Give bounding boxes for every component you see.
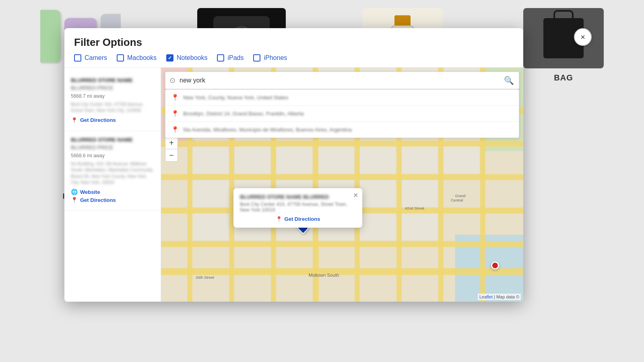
- filter-label-iphones: iPhones: [264, 54, 287, 62]
- ac-text-2: Brooklyn, District 14, Grand Basso, Fran…: [183, 111, 304, 117]
- bag-handle: [553, 10, 574, 18]
- store-sidebar: BLURRED STORE NAME BLURRED PRICE 5668.7 …: [64, 68, 161, 302]
- store-item-1[interactable]: BLURRED STORE NAME BLURRED PRICE 5668.7 …: [64, 72, 161, 131]
- svg-text:42nd Street: 42nd Street: [405, 206, 425, 210]
- zoom-out-button[interactable]: −: [165, 149, 178, 162]
- svg-rect-42: [193, 214, 228, 241]
- store-1-address: Best City Center 410, 47700 Avenue, Kore…: [71, 101, 154, 114]
- map-popup: ✕ BLURRED STORE NAME BLURRED Best City C…: [233, 188, 362, 228]
- store-1-name: BLURRED STORE NAME: [71, 77, 154, 83]
- svg-rect-12: [161, 268, 523, 275]
- autocomplete-item-1[interactable]: 📍 New York, County, Nueva York, United S…: [165, 90, 519, 106]
- svg-text:Midtown South: Midtown South: [309, 273, 339, 278]
- store-item-2[interactable]: BLURRED STORE NAME BLURRED PRICE 5668.6 …: [64, 131, 161, 211]
- filter-iphones[interactable]: iPhones: [253, 54, 287, 62]
- ac-pin-3: 📍: [171, 126, 179, 134]
- website-icon-2: 🌐: [71, 189, 78, 195]
- autocomplete-item-2[interactable]: 📍 Brooklyn, District 14, Grand Basso, Fr…: [165, 106, 519, 122]
- svg-rect-34: [402, 146, 438, 173]
- map-area: 5th Avenue 53rd Street Midtown East 42nd…: [161, 68, 523, 302]
- svg-text:Grand: Grand: [455, 194, 466, 198]
- checkbox-camers[interactable]: [74, 54, 81, 62]
- svg-rect-41: [402, 180, 438, 207]
- directions-icon-2: 📍: [71, 197, 78, 203]
- filter-macbooks[interactable]: Macbooks: [117, 54, 157, 62]
- store-1-directions[interactable]: 📍 Get Directions: [71, 117, 154, 123]
- ac-pin-1: 📍: [171, 94, 179, 101]
- store-2-directions[interactable]: 📍 Get Directions: [71, 197, 154, 203]
- watch-band-top: [394, 15, 411, 25]
- store-1-directions-label: Get Directions: [80, 117, 116, 123]
- bag-image: [523, 8, 604, 68]
- map-search-input[interactable]: [180, 77, 499, 84]
- phone-green: [40, 10, 60, 62]
- svg-text:Central: Central: [451, 198, 463, 202]
- attribution-text: | Map data ©: [494, 294, 519, 299]
- popup-store-address: Best City Center 410, 47700 Avenue, Stre…: [240, 202, 356, 213]
- svg-rect-11: [161, 241, 523, 247]
- store-2-website[interactable]: 🌐 Website: [71, 189, 154, 195]
- svg-rect-9: [161, 174, 523, 180]
- svg-rect-40: [360, 180, 396, 207]
- store-2-price: BLURRED PRICE: [71, 144, 154, 150]
- autocomplete-dropdown: 📍 New York, County, Nueva York, United S…: [165, 89, 519, 138]
- user-location-dot: [491, 261, 499, 269]
- svg-rect-35: [444, 146, 479, 173]
- svg-rect-32: [318, 146, 354, 173]
- directions-icon-1: 📍: [71, 117, 78, 123]
- popup-directions-icon: 📍: [276, 216, 282, 222]
- ac-text-3: 5ta Avenida, Miraflores, Municipio de Mi…: [183, 127, 352, 133]
- svg-text:34th Street: 34th Street: [196, 276, 214, 280]
- popup-directions-label: Get Directions: [285, 216, 320, 222]
- svg-rect-36: [193, 180, 228, 207]
- store-2-name: BLURRED STORE NAME: [71, 137, 154, 143]
- store-2-address: No Building, 410, 5th Avenue, Midtown So…: [71, 161, 154, 186]
- popup-store-name: BLURRED STORE NAME BLURRED: [240, 194, 356, 200]
- map-attribution: Leaflet | Map data ©: [478, 294, 521, 300]
- checkbox-macbooks[interactable]: [117, 54, 124, 62]
- search-button[interactable]: 🔍: [499, 76, 519, 85]
- autocomplete-item-3[interactable]: 📍 5ta Avenida, Miraflores, Municipio de …: [165, 122, 519, 138]
- filter-modal: Filter Options Camers Macbooks Notebooks…: [64, 28, 523, 302]
- checkbox-iphones[interactable]: [253, 54, 260, 62]
- filter-title: Filter Options: [74, 36, 514, 49]
- bg-bag-name: BAG: [554, 73, 573, 82]
- svg-rect-8: [161, 141, 523, 147]
- svg-rect-30: [235, 146, 270, 173]
- zoom-controls: + −: [165, 136, 178, 162]
- ac-pin-2: 📍: [171, 110, 179, 117]
- filter-camers[interactable]: Camers: [74, 54, 107, 62]
- store-1-distance: 5668.7 mi away: [71, 93, 154, 99]
- svg-rect-31: [277, 146, 312, 173]
- svg-rect-33: [360, 146, 396, 173]
- checkbox-notebooks[interactable]: [166, 54, 173, 62]
- store-2-website-label: Website: [80, 189, 100, 195]
- filter-label-camers: Camers: [85, 54, 107, 62]
- modal-body: BLURRED STORE NAME BLURRED PRICE 5668.7 …: [64, 68, 523, 302]
- close-icon: ×: [580, 33, 585, 42]
- map-search-bar: ⊙ 🔍: [165, 72, 519, 89]
- filter-label-notebooks: Notebooks: [177, 54, 208, 62]
- svg-rect-29: [193, 146, 228, 173]
- filter-label-ipads: iPads: [227, 54, 244, 62]
- ac-text-1: New York, County, Nueva York, United Sta…: [183, 95, 288, 101]
- store-2-directions-label: Get Directions: [80, 197, 116, 203]
- store-2-distance: 5668.6 mi away: [71, 153, 154, 158]
- filter-ipads[interactable]: iPads: [217, 54, 244, 62]
- leaflet-link[interactable]: Leaflet: [479, 294, 493, 299]
- store-1-price: BLURRED PRICE: [71, 85, 154, 91]
- filter-header: Filter Options Camers Macbooks Notebooks…: [64, 28, 523, 68]
- search-location-icon: ⊙: [165, 76, 180, 85]
- checkbox-ipads[interactable]: [217, 54, 224, 62]
- filter-notebooks[interactable]: Notebooks: [166, 54, 208, 62]
- filter-label-macbooks: Macbooks: [127, 54, 157, 62]
- close-button[interactable]: ×: [574, 28, 592, 46]
- svg-rect-46: [360, 214, 396, 241]
- filter-options: Camers Macbooks Notebooks iPads iPhones: [74, 54, 514, 62]
- popup-directions-link[interactable]: 📍 Get Directions: [240, 216, 356, 222]
- search-icon: 🔍: [504, 76, 514, 85]
- svg-rect-47: [402, 214, 438, 241]
